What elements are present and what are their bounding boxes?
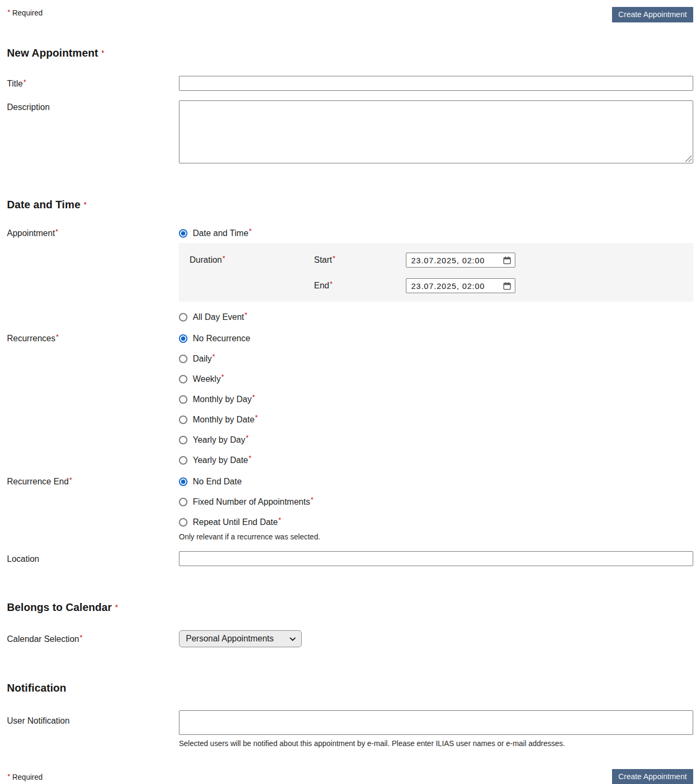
end-label: End* — [314, 281, 406, 291]
radio-label-all-day-event[interactable]: All Day Event — [193, 312, 244, 323]
location-row: Location — [7, 551, 693, 566]
radio-option-no-end-date[interactable]: No End Date — [179, 476, 693, 487]
required-asterisk: * — [255, 412, 258, 423]
radio-monthly-by-date[interactable] — [179, 415, 187, 424]
heading-text: Date and Time — [7, 199, 81, 210]
radio-option-daily[interactable]: Daily* — [179, 354, 693, 364]
radio-option-fixed-number[interactable]: Fixed Number of Appointments* — [179, 497, 693, 507]
top-action-bar: * Required Create Appointment — [7, 7, 693, 22]
section-heading-date-and-time: Date and Time* — [7, 199, 693, 212]
required-asterisk: * — [252, 392, 255, 403]
radio-label-yearly-by-day[interactable]: Yearly by Day — [193, 435, 245, 445]
radio-label-no-recurrence[interactable]: No Recurrence — [193, 333, 250, 344]
location-input[interactable] — [179, 551, 693, 566]
radio-no-end-date[interactable] — [179, 477, 187, 486]
heading-text: Belongs to Calendar — [7, 601, 112, 613]
duration-panel: Duration* Start* 23.07.2025, 02:00 — [179, 243, 693, 302]
label-text: Description — [7, 103, 50, 112]
calendar-icon[interactable] — [503, 256, 511, 264]
radio-option-monthly-by-day[interactable]: Monthly by Day* — [179, 394, 693, 405]
required-asterisk: * — [221, 372, 224, 382]
radio-label-daily[interactable]: Daily — [193, 354, 212, 364]
radio-monthly-by-day[interactable] — [179, 395, 187, 404]
radio-no-recurrence[interactable] — [179, 334, 187, 343]
radio-all-day-event[interactable] — [179, 313, 187, 322]
required-asterisk: * — [222, 254, 225, 262]
label-text: Recurrences — [7, 334, 56, 343]
section-heading-notification: Notification — [7, 682, 693, 694]
start-label: Start* — [314, 255, 406, 265]
heading-text: New Appointment — [7, 47, 98, 59]
recurrences-label: Recurrences* — [7, 333, 179, 344]
user-notification-input[interactable] — [179, 710, 693, 735]
heading-required-asterisk: * — [115, 603, 118, 611]
description-textarea[interactable] — [179, 100, 693, 163]
required-note-text: Required — [12, 773, 43, 781]
radio-option-repeat-until[interactable]: Repeat Until End Date* — [179, 517, 693, 528]
radio-option-no-recurrence[interactable]: No Recurrence — [179, 333, 693, 344]
radio-yearly-by-day[interactable] — [179, 436, 187, 444]
radio-label-monthly-by-date[interactable]: Monthly by Date — [193, 414, 255, 425]
section-heading-belongs-to-calendar: Belongs to Calendar* — [7, 601, 693, 615]
radio-label-monthly-by-day[interactable]: Monthly by Day — [193, 394, 252, 405]
required-asterisk: * — [7, 8, 10, 16]
duration-label: Duration* — [190, 255, 314, 265]
label-text: User Notification — [7, 716, 69, 725]
appointment-label: Appointment* — [7, 228, 179, 239]
label-text: Calendar Selection — [7, 634, 79, 644]
calendar-selection-label: Calendar Selection* — [7, 630, 179, 645]
end-row: End* 23.07.2025, 02:00 — [190, 278, 693, 293]
radio-date-and-time[interactable] — [179, 229, 187, 238]
radio-label-yearly-by-date[interactable]: Yearly by Date — [193, 455, 248, 466]
required-asterisk: * — [80, 633, 82, 641]
recurrence-end-label: Recurrence End* — [7, 476, 179, 488]
title-label: Title* — [7, 76, 179, 90]
required-note: * Required — [7, 773, 43, 781]
radio-label-no-end-date[interactable]: No End Date — [193, 476, 242, 487]
radio-option-all-day-event[interactable]: All Day Event* — [179, 312, 693, 323]
radio-label-fixed-number[interactable]: Fixed Number of Appointments — [193, 497, 310, 507]
required-asterisk: * — [249, 226, 252, 237]
end-datetime-input[interactable]: 23.07.2025, 02:00 — [406, 278, 515, 293]
recurrences-row: Recurrences* No Recurrence Daily* Weekly… — [7, 333, 693, 466]
radio-option-yearly-by-date[interactable]: Yearly by Date* — [179, 455, 693, 466]
required-asterisk: * — [23, 78, 26, 86]
radio-option-yearly-by-day[interactable]: Yearly by Day* — [179, 435, 693, 445]
new-appointment-form: * Required Create Appointment New Appoin… — [0, 0, 698, 784]
calendar-icon[interactable] — [503, 282, 511, 290]
bottom-action-bar: * Required Create Appointment — [7, 769, 693, 784]
start-datetime-value: 23.07.2025, 02:00 — [411, 256, 485, 265]
radio-label-repeat-until[interactable]: Repeat Until End Date — [193, 517, 278, 528]
create-appointment-button-bottom[interactable]: Create Appointment — [612, 769, 693, 784]
calendar-selection-select[interactable]: Personal Appointments — [179, 630, 302, 647]
radio-yearly-by-date[interactable] — [179, 456, 187, 465]
required-asterisk: * — [213, 351, 215, 362]
label-text: End — [314, 281, 329, 290]
radio-daily[interactable] — [179, 355, 187, 363]
start-datetime-input[interactable]: 23.07.2025, 02:00 — [406, 253, 515, 268]
title-input[interactable] — [179, 76, 693, 91]
required-asterisk: * — [7, 772, 10, 780]
label-text: Start — [314, 255, 332, 264]
required-asterisk: * — [248, 453, 251, 464]
section-heading-new-appointment: New Appointment* — [7, 47, 693, 60]
radio-option-monthly-by-date[interactable]: Monthly by Date* — [179, 414, 693, 425]
radio-repeat-until[interactable] — [179, 518, 187, 527]
heading-required-asterisk: * — [84, 200, 87, 209]
radio-option-date-and-time[interactable]: Date and Time* — [179, 228, 693, 239]
radio-label-date-and-time[interactable]: Date and Time — [193, 228, 248, 239]
create-appointment-button-top[interactable]: Create Appointment — [612, 7, 693, 22]
label-text: Location — [7, 554, 40, 563]
calendar-selection-value: Personal Appointments — [186, 634, 274, 644]
radio-label-weekly[interactable]: Weekly — [193, 374, 221, 385]
user-notification-row: User Notification Selected users will be… — [7, 710, 693, 748]
radio-fixed-number[interactable] — [179, 498, 187, 506]
radio-option-weekly[interactable]: Weekly* — [179, 374, 693, 385]
required-asterisk: * — [311, 495, 313, 505]
appointment-row: Appointment* Date and Time* Duration* St… — [7, 228, 693, 323]
radio-weekly[interactable] — [179, 375, 187, 383]
required-note: * Required — [7, 7, 43, 17]
calendar-selection-row: Calendar Selection* Personal Appointment… — [7, 630, 693, 647]
description-row: Description — [7, 100, 693, 163]
required-asterisk: * — [56, 228, 58, 236]
